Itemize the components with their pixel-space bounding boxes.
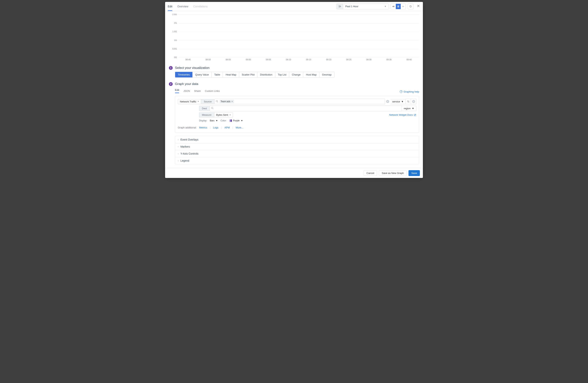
dataset-label: Network Traffic: [180, 100, 196, 103]
remove-query-button[interactable]: ✕: [411, 99, 416, 104]
save-as-new-button[interactable]: Save as New Graph: [379, 170, 407, 176]
reset-button[interactable]: [408, 4, 413, 9]
y-tick-label: 0G: [174, 56, 177, 58]
x-tick-label: 09:00: [246, 58, 251, 61]
graph-additional-label: Graph additional:: [178, 126, 197, 129]
x-tick-label: 09:05: [266, 58, 271, 61]
viz-option-heat-map[interactable]: Heat Map: [223, 72, 239, 77]
chart-box: 0G0.5G1G1.5G2G2.5G 08:4508:5008:5509:000…: [169, 14, 419, 62]
undo-icon: [409, 5, 412, 8]
display-type-select[interactable]: Bars ▼: [210, 119, 218, 122]
y-tick-label: 1G: [174, 39, 177, 41]
display-options-row: Display: Bars ▼ Color: Purple ▼: [199, 119, 416, 122]
main-tab-edit[interactable]: Edit: [168, 2, 172, 11]
rewind-button[interactable]: [391, 4, 396, 9]
subtab-edit[interactable]: Edit: [175, 89, 179, 95]
subtab-share[interactable]: Share: [194, 90, 201, 94]
config-sections: 1 Select your visualization TimeseriesQu…: [165, 63, 423, 168]
swap-source-dest-button[interactable]: [406, 99, 411, 104]
x-tick-label: 09:40: [406, 58, 412, 61]
viz-option-top-list[interactable]: Top List: [275, 72, 289, 77]
accordion-legend[interactable]: ›Legend: [175, 157, 419, 164]
graphing-help-link[interactable]: ? Graphing help: [400, 90, 419, 93]
search-icon: [211, 107, 214, 110]
subtab-json[interactable]: JSON: [183, 90, 190, 94]
viz-option-change[interactable]: Change: [289, 72, 303, 77]
add-more-link[interactable]: More...: [236, 126, 243, 129]
network-widget-docs-link[interactable]: Network Widget Docs: [389, 113, 416, 116]
display-value: Bars: [210, 119, 215, 122]
step-1-header: 1 Select your visualization: [169, 66, 419, 70]
viz-option-host-map[interactable]: Host Map: [303, 72, 319, 77]
clear-source-button[interactable]: ✕: [386, 100, 389, 103]
chevron-down-icon: ▼: [229, 114, 231, 116]
subtab-custom-links[interactable]: Custom Links: [205, 90, 220, 94]
external-link-icon: [414, 114, 416, 116]
chevron-right-icon: ›: [178, 159, 179, 162]
measure-value: Bytes Sent: [216, 113, 228, 116]
viz-option-query-value[interactable]: Query Value: [193, 72, 211, 77]
time-range-select[interactable]: Past 1 Hour ▼: [343, 5, 389, 8]
color-swatch-icon: [229, 119, 232, 122]
measure-select[interactable]: Bytes Sent ▼: [214, 112, 233, 117]
main-tabs: EditOverviewCorrelations: [168, 2, 208, 11]
step-number-2: 2: [169, 82, 173, 86]
x-tick-label: 09:20: [326, 58, 331, 61]
dest-row: Dest region ▼: [199, 106, 416, 111]
source-filter-input[interactable]: Team:ads ✕: [215, 99, 385, 104]
accordion-group: ›Event Overlays›Markers›Y-Axis Controls›…: [175, 136, 419, 164]
cancel-button[interactable]: Cancel: [364, 170, 377, 176]
add-apm-link[interactable]: APM: [224, 126, 230, 129]
color-select[interactable]: Purple ▼: [229, 119, 243, 122]
graph-additional-row: Graph additional: Metrics|Logs|APM|More.…: [178, 126, 416, 129]
source-groupby-select[interactable]: service ▼: [390, 99, 406, 104]
source-groupby-label: service: [392, 100, 400, 103]
visualization-buttons: TimeseriesQuery ValueTableHeat MapScatte…: [175, 72, 334, 78]
search-icon: [216, 100, 218, 103]
measure-label: Measure: [199, 112, 214, 117]
add-metrics-link[interactable]: Metrics: [199, 126, 207, 129]
viz-option-geomap[interactable]: Geomap: [319, 72, 334, 77]
plot-area[interactable]: [178, 14, 419, 57]
main-tab-overview[interactable]: Overview: [177, 2, 188, 11]
pause-icon: [397, 5, 399, 8]
viz-option-distribution[interactable]: Distribution: [257, 72, 275, 77]
viz-option-table[interactable]: Table: [211, 72, 223, 77]
dest-groupby-select[interactable]: region ▼: [402, 106, 416, 111]
chevron-down-icon: ▼: [241, 119, 243, 122]
accordion-event-overlays[interactable]: ›Event Overlays: [175, 136, 419, 143]
dest-filter-input[interactable]: [210, 106, 402, 111]
graph-editor-modal: EditOverviewCorrelations 1h Past 1 Hour …: [165, 2, 423, 178]
y-tick-label: 2G: [174, 22, 177, 24]
chevron-right-icon: ›: [178, 145, 179, 148]
source-filter-chip[interactable]: Team:ads ✕: [219, 100, 234, 103]
viz-option-scatter-plot[interactable]: Scatter Plot: [239, 72, 257, 77]
modal-footer: Cancel Save as New Graph Save: [165, 168, 423, 178]
close-icon: [417, 4, 420, 7]
time-picker[interactable]: 1h Past 1 Hour ▼: [336, 4, 389, 9]
viz-option-timeseries[interactable]: Timeseries: [175, 72, 193, 77]
close-button[interactable]: [415, 4, 420, 9]
accordion-y-axis-controls[interactable]: ›Y-Axis Controls: [175, 150, 419, 157]
x-tick-label: 08:50: [206, 58, 211, 61]
dataset-select[interactable]: Network Traffic ▼: [178, 99, 201, 104]
accordion-markers[interactable]: ›Markers: [175, 143, 419, 150]
step-2-title: Graph your data: [175, 82, 198, 86]
x-tick-label: 08:45: [185, 58, 191, 61]
forward-button[interactable]: [401, 4, 406, 9]
graphing-help-label: Graphing help: [403, 90, 419, 93]
bar-series: [178, 15, 419, 57]
color-value: Purple: [233, 119, 240, 122]
x-tick-label: 09:25: [346, 58, 351, 61]
x-tick-label: 09:30: [366, 58, 372, 61]
chevron-down-icon: ▼: [412, 107, 414, 110]
pause-button[interactable]: [396, 4, 401, 9]
x-tick-label: 08:55: [226, 58, 231, 61]
time-preset[interactable]: 1h: [337, 4, 343, 9]
add-logs-link[interactable]: Logs: [213, 126, 218, 129]
x-axis: 08:4508:5008:5509:0009:0509:1009:1509:20…: [178, 58, 419, 62]
save-button[interactable]: Save: [408, 170, 420, 176]
chip-remove-icon[interactable]: ✕: [231, 100, 233, 103]
svg-point-0: [216, 100, 218, 102]
chip-label: Team:ads: [221, 100, 231, 103]
